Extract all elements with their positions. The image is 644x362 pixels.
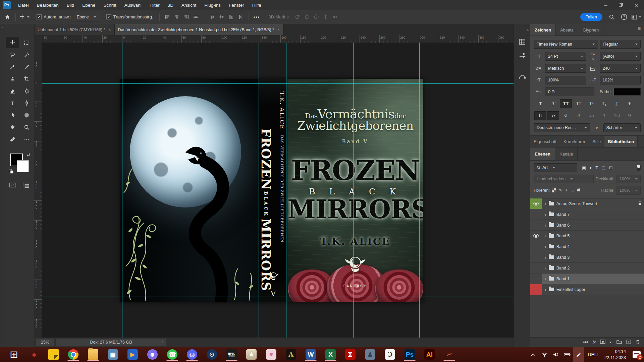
background-color[interactable] <box>17 160 29 172</box>
blend-mode-dropdown[interactable]: Hindurchwirken <box>534 175 594 183</box>
healing-tool[interactable] <box>6 133 19 145</box>
path-select-tool[interactable] <box>6 109 19 121</box>
home-icon[interactable] <box>3 12 12 22</box>
type-style-button[interactable]: TT <box>560 99 572 108</box>
panel-tab[interactable]: Zeichen <box>530 24 556 36</box>
panel-tab[interactable]: Ebenen <box>530 147 555 160</box>
close-tab-icon[interactable]: × <box>109 27 111 32</box>
tracking-field[interactable]: 240 <box>600 64 641 73</box>
menu-item[interactable]: Bearbeiten <box>33 0 63 10</box>
layer-row[interactable]: › Einzelteil-Lager <box>530 284 644 295</box>
notification-center[interactable]: 2 <box>629 347 644 362</box>
minimize-button[interactable] <box>598 0 613 10</box>
magic-wand-tool[interactable] <box>20 49 33 60</box>
layer-visibility-toggle[interactable] <box>530 274 542 284</box>
layer-row[interactable]: › Band 6 <box>530 220 644 231</box>
taskbar-app-icon[interactable] <box>63 347 83 362</box>
type-style-button[interactable]: T <box>534 99 546 108</box>
align-vertical-centers-icon[interactable] <box>217 12 226 22</box>
layer-effects-icon[interactable]: fx <box>592 340 595 345</box>
align-bottom-edges-icon[interactable] <box>226 12 236 22</box>
opentype-button[interactable]: T <box>598 111 610 120</box>
lock-transparency-icon[interactable] <box>552 188 556 192</box>
panel-tab[interactable]: Bibliotheken <box>604 136 638 147</box>
new-layer-icon[interactable] <box>626 340 631 345</box>
crop-tool[interactable] <box>20 73 33 84</box>
layer-visibility-toggle[interactable] <box>530 284 542 295</box>
opentype-button[interactable]: fi <box>534 111 546 120</box>
language-dropdown[interactable]: Deutsch: neue Rec... <box>534 123 590 132</box>
close-tab-icon[interactable]: × <box>277 27 280 32</box>
layer-row[interactable]: › Autor, Genre, Tonwert <box>530 198 644 209</box>
pen-settings-icon[interactable] <box>573 347 584 362</box>
layer-visibility-toggle[interactable] <box>530 220 542 230</box>
clock[interactable]: 04:14 22.11.2023 <box>601 349 629 360</box>
opacity-field[interactable]: 100% <box>616 175 641 183</box>
vertical-scale-field[interactable]: 100% <box>545 76 586 84</box>
font-family-dropdown[interactable]: Times New Roman <box>534 40 598 49</box>
taskbar-app-icon[interactable]: ✂ <box>439 347 459 362</box>
paint-bucket-tool[interactable] <box>20 85 33 97</box>
menu-item[interactable]: Schrift <box>99 0 120 10</box>
taskbar-app-icon[interactable]: W <box>301 347 321 362</box>
pen-tool[interactable] <box>20 97 33 109</box>
taskbar-app-icon[interactable]: ☎ <box>162 347 182 362</box>
menu-item[interactable]: Ansicht <box>177 0 200 10</box>
auto-select-checkbox[interactable] <box>37 14 42 19</box>
clone-stamp-tool[interactable] <box>6 73 19 84</box>
opentype-button[interactable]: st <box>560 111 572 120</box>
layer-row[interactable]: › Band 5 <box>530 231 644 241</box>
transform-controls-checkbox[interactable] <box>106 14 111 19</box>
menu-item[interactable]: Fenster <box>225 0 248 10</box>
layer-visibility-toggle[interactable] <box>530 252 542 262</box>
search-icon[interactable] <box>607 12 616 22</box>
lock-pixels-icon[interactable]: ✎ <box>559 188 562 193</box>
expand-chevron-icon[interactable]: › <box>545 265 546 271</box>
brush-tool[interactable] <box>20 61 33 72</box>
layer-visibility-toggle[interactable] <box>530 198 542 209</box>
align-horizontal-centers-icon[interactable] <box>172 12 182 22</box>
menu-item[interactable]: Ebene <box>78 0 99 10</box>
marquee-tool[interactable] <box>20 37 33 48</box>
shape-tool[interactable] <box>20 109 33 121</box>
menu-item[interactable]: Hilfe <box>248 0 265 10</box>
taskbar-app-icon[interactable]: ω <box>182 347 202 362</box>
layer-filter-type-icon[interactable]: ▢ <box>601 165 605 170</box>
move-tool[interactable] <box>6 37 19 48</box>
collapsed-panel-paths-icon[interactable] <box>514 70 531 83</box>
delete-layer-icon[interactable] <box>636 340 640 345</box>
baseline-shift-field[interactable]: 0 Pt <box>545 87 594 96</box>
layer-row[interactable]: › Band 1 <box>530 274 644 284</box>
language-indicator[interactable]: DEU <box>584 352 601 357</box>
align-right-edges-icon[interactable] <box>182 12 191 22</box>
leading-field[interactable]: (Auto) <box>600 52 641 61</box>
battery-icon[interactable] <box>561 347 573 362</box>
tray-chevron-icon[interactable] <box>527 347 539 362</box>
taskbar-app-icon[interactable]: ▦ <box>103 347 123 362</box>
opentype-button[interactable]: ½ <box>624 111 636 120</box>
default-colors-icon[interactable] <box>9 169 13 174</box>
opentype-button[interactable]: aa <box>585 111 597 120</box>
eraser-tool[interactable] <box>6 85 19 97</box>
menu-item[interactable]: Filter <box>146 0 164 10</box>
anti-alias-dropdown[interactable]: Schärfer <box>603 123 641 132</box>
menu-item[interactable]: 3D <box>164 0 177 10</box>
lock-artboard-icon[interactable]: ▭ <box>571 188 574 193</box>
layer-visibility-toggle[interactable] <box>530 231 542 241</box>
lock-all-icon[interactable] <box>577 189 580 191</box>
panel-menu-icon[interactable]: ≡ <box>635 26 644 31</box>
lock-position-icon[interactable]: + <box>565 188 568 193</box>
collapsed-panel-brushes-icon[interactable] <box>514 49 531 62</box>
taskbar-app-icon[interactable] <box>44 347 63 362</box>
lasso-tool[interactable] <box>6 49 19 60</box>
panel-tab[interactable]: Korrekturer <box>560 136 589 147</box>
layer-row[interactable]: › Band 7 <box>530 209 644 220</box>
opentype-button[interactable]: ơ <box>547 111 559 120</box>
distribute-vertical-icon[interactable] <box>236 12 245 22</box>
align-top-edges-icon[interactable] <box>208 12 217 22</box>
type-style-button[interactable]: T <box>611 99 623 108</box>
layer-filter-type-icon[interactable]: ▣ <box>582 165 586 170</box>
layer-filter-type-icon[interactable]: ◐ <box>589 165 592 170</box>
layer-row[interactable]: › Band 4 <box>530 241 644 252</box>
document-size-info[interactable]: Dok: 27,6 MB/1,76 GB <box>56 339 166 346</box>
